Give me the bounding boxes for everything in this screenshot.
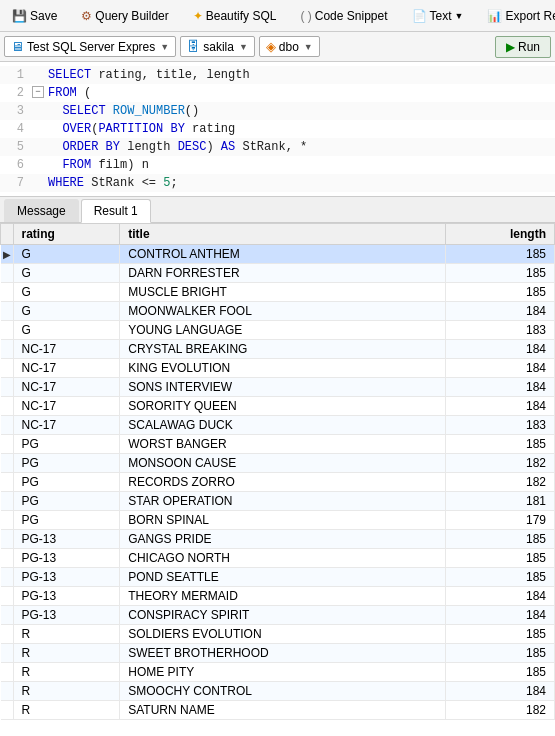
table-row[interactable]: RSATURN NAME182 — [1, 701, 555, 720]
code-snippet-label: Code Snippet — [315, 9, 388, 23]
cell-rating: G — [13, 321, 120, 340]
export-result-button[interactable]: 📊 Export Result — [479, 5, 555, 27]
cell-rating: PG-13 — [13, 530, 120, 549]
tab-message[interactable]: Message — [4, 199, 79, 222]
table-row[interactable]: GYOUNG LANGUAGE183 — [1, 321, 555, 340]
cell-length: 185 — [445, 283, 555, 302]
row-indicator-cell — [1, 511, 14, 530]
table-row[interactable]: NC-17KING EVOLUTION184 — [1, 359, 555, 378]
row-indicator-cell — [1, 454, 14, 473]
cell-title: YOUNG LANGUAGE — [120, 321, 445, 340]
cell-length: 184 — [445, 359, 555, 378]
cell-rating: R — [13, 701, 120, 720]
code-snippet-button[interactable]: ( ) Code Snippet — [292, 5, 395, 27]
table-row[interactable]: GMOONWALKER FOOL184 — [1, 302, 555, 321]
code-content: FROM film) n — [48, 156, 149, 174]
cell-rating: PG-13 — [13, 549, 120, 568]
table-header: rating title length — [1, 224, 555, 245]
code-line-3: 3 SELECT ROW_NUMBER() — [0, 102, 555, 120]
beautify-sql-button[interactable]: ✦ Beautify SQL — [185, 5, 285, 27]
cell-title: MONSOON CAUSE — [120, 454, 445, 473]
cell-rating: NC-17 — [13, 416, 120, 435]
cell-title: SCALAWAG DUCK — [120, 416, 445, 435]
cell-length: 185 — [445, 625, 555, 644]
cell-length: 185 — [445, 549, 555, 568]
table-row[interactable]: RSMOOCHY CONTROL184 — [1, 682, 555, 701]
table-row[interactable]: PGMONSOON CAUSE182 — [1, 454, 555, 473]
text-icon: 📄 — [412, 9, 427, 23]
cell-rating: PG-13 — [13, 568, 120, 587]
table-row[interactable]: PG-13CONSPIRACY SPIRIT184 — [1, 606, 555, 625]
run-button[interactable]: ▶ Run — [495, 36, 551, 58]
table-row[interactable]: NC-17SCALAWAG DUCK183 — [1, 416, 555, 435]
cell-title: SMOOCHY CONTROL — [120, 682, 445, 701]
save-label: Save — [30, 9, 57, 23]
cell-length: 182 — [445, 473, 555, 492]
cell-rating: PG — [13, 473, 120, 492]
beautify-sql-label: Beautify SQL — [206, 9, 277, 23]
col-header-length: length — [445, 224, 555, 245]
cell-length: 184 — [445, 302, 555, 321]
cell-length: 185 — [445, 245, 555, 264]
cell-length: 184 — [445, 682, 555, 701]
server-selector[interactable]: 🖥 Test SQL Server Expres ▼ — [4, 36, 176, 57]
cell-rating: G — [13, 302, 120, 321]
table-body: ▶GCONTROL ANTHEM185GDARN FORRESTER185GMU… — [1, 245, 555, 720]
database-selector[interactable]: 🗄 sakila ▼ — [180, 36, 255, 57]
schema-icon: ◈ — [266, 39, 276, 54]
table-row[interactable]: PGBORN SPINAL179 — [1, 511, 555, 530]
cell-rating: R — [13, 625, 120, 644]
query-builder-button[interactable]: ⚙ Query Builder — [73, 5, 176, 27]
cell-title: THEORY MERMAID — [120, 587, 445, 606]
database-icon: 🗄 — [187, 39, 200, 54]
row-indicator-cell — [1, 283, 14, 302]
row-indicator-cell — [1, 644, 14, 663]
row-indicator-cell — [1, 397, 14, 416]
code-content: OVER(PARTITION BY rating — [48, 120, 235, 138]
table-row[interactable]: NC-17SONS INTERVIEW184 — [1, 378, 555, 397]
cell-length: 179 — [445, 511, 555, 530]
table-row[interactable]: RHOME PITY185 — [1, 663, 555, 682]
query-builder-label: Query Builder — [95, 9, 168, 23]
table-row[interactable]: GMUSCLE BRIGHT185 — [1, 283, 555, 302]
table-row[interactable]: ▶GCONTROL ANTHEM185 — [1, 245, 555, 264]
text-button[interactable]: 📄 Text ▼ — [404, 5, 472, 27]
row-indicator-cell — [1, 682, 14, 701]
server-label: Test SQL Server Expres — [27, 40, 155, 54]
cell-rating: G — [13, 283, 120, 302]
database-dropdown-arrow: ▼ — [239, 42, 248, 52]
table-row[interactable]: PG-13THEORY MERMAID184 — [1, 587, 555, 606]
row-indicator-cell — [1, 663, 14, 682]
cell-length: 184 — [445, 378, 555, 397]
table-row[interactable]: GDARN FORRESTER185 — [1, 264, 555, 283]
cell-rating: R — [13, 682, 120, 701]
cell-title: RECORDS ZORRO — [120, 473, 445, 492]
table-row[interactable]: PGRECORDS ZORRO182 — [1, 473, 555, 492]
line-number: 6 — [4, 156, 24, 174]
result-tabs: MessageResult 1 — [0, 197, 555, 223]
sql-editor[interactable]: 1SELECT rating, title, length2−FROM (3 S… — [0, 62, 555, 197]
table-row[interactable]: PG-13CHICAGO NORTH185 — [1, 549, 555, 568]
results-panel[interactable]: rating title length ▶GCONTROL ANTHEM185G… — [0, 223, 555, 736]
table-row[interactable]: NC-17CRYSTAL BREAKING184 — [1, 340, 555, 359]
schema-selector[interactable]: ◈ dbo ▼ — [259, 36, 320, 57]
row-indicator-cell — [1, 606, 14, 625]
line-number: 4 — [4, 120, 24, 138]
table-row[interactable]: NC-17SORORITY QUEEN184 — [1, 397, 555, 416]
table-row[interactable]: PG-13GANGS PRIDE185 — [1, 530, 555, 549]
schema-dropdown-arrow: ▼ — [304, 42, 313, 52]
table-row[interactable]: RSOLDIERS EVOLUTION185 — [1, 625, 555, 644]
code-content: FROM ( — [48, 84, 91, 102]
save-button[interactable]: 💾 Save — [4, 5, 65, 27]
table-row[interactable]: PGSTAR OPERATION181 — [1, 492, 555, 511]
cell-title: CONTROL ANTHEM — [120, 245, 445, 264]
row-indicator-cell — [1, 340, 14, 359]
run-label: Run — [518, 40, 540, 54]
cell-rating: NC-17 — [13, 397, 120, 416]
line-expand-button[interactable]: − — [32, 86, 44, 98]
line-number: 5 — [4, 138, 24, 156]
table-row[interactable]: PG-13POND SEATTLE185 — [1, 568, 555, 587]
tab-result-1[interactable]: Result 1 — [81, 199, 151, 223]
table-row[interactable]: RSWEET BROTHERHOOD185 — [1, 644, 555, 663]
table-row[interactable]: PGWORST BANGER185 — [1, 435, 555, 454]
